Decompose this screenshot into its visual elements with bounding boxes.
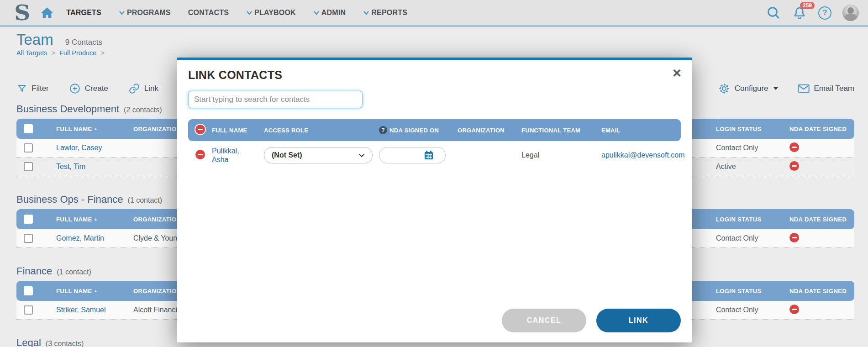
link-contacts-modal: LINK CONTACTS ✕ FULL NAME ACCESS ROLE ? … [177, 58, 692, 342]
nav-item-targets[interactable]: TARGETS [66, 9, 101, 17]
notifications-bell-icon[interactable]: 259 [792, 5, 807, 20]
contact-count: 9 Contacts [65, 38, 102, 47]
create-button[interactable]: Create [69, 83, 108, 95]
column-header-login-status: LOGIN STATUS [716, 216, 789, 223]
breadcrumb-full-produce[interactable]: Full Produce [59, 49, 96, 57]
nda-not-signed-icon [789, 233, 799, 242]
contact-name-link[interactable]: Lawlor, Casey [56, 144, 102, 152]
link-button[interactable]: Link [128, 83, 158, 95]
create-label: Create [85, 84, 108, 93]
select-all-checkbox[interactable] [24, 215, 33, 224]
column-header-access-role: ACCESS ROLE [264, 127, 379, 134]
envelope-icon [797, 83, 810, 94]
login-status-cell: Active [716, 163, 789, 171]
plus-circle-icon [69, 83, 81, 95]
column-header-nda-date-signed: NDA DATE SIGNED [789, 126, 854, 132]
top-navigation: S TARGETS PROGRAMS CONTACTS PLAYBOOK ADM… [0, 0, 868, 26]
column-header-full-name[interactable]: FULL NAME▲ [53, 288, 131, 294]
modal-title: LINK CONTACTS [188, 68, 681, 82]
remove-contact-icon[interactable] [195, 150, 205, 159]
question-mark-glyph: ? [822, 8, 827, 17]
login-status-cell: Contact Only [716, 306, 789, 314]
section-title: Finance [16, 265, 52, 277]
column-header-functional-team: FUNCTIONAL TEAM [521, 127, 601, 134]
nda-help-icon[interactable]: ? [379, 126, 387, 134]
email-team-button[interactable]: Email Team [797, 83, 855, 94]
nav-label: ADMIN [321, 9, 346, 17]
chevron-down-icon [313, 11, 320, 15]
page-title: Team [16, 31, 53, 48]
sort-asc-icon: ▲ [94, 289, 97, 293]
nav-item-playbook[interactable]: PLAYBOOK [246, 9, 296, 17]
contact-name-link[interactable]: Striker, Samuel [56, 306, 105, 314]
gear-icon [718, 82, 731, 95]
access-role-value: (Not Set) [272, 151, 302, 159]
modal-table-header-row: FULL NAME ACCESS ROLE ? NDA SIGNED ON OR… [188, 119, 681, 141]
sort-asc-icon: ▲ [94, 217, 97, 221]
email-team-label: Email Team [814, 84, 855, 93]
column-header-full-name[interactable]: FULL NAME▲ [53, 126, 131, 132]
select-all-checkbox[interactable] [24, 286, 33, 295]
row-checkbox[interactable] [24, 305, 33, 315]
login-status-cell: Contact Only [716, 234, 789, 242]
breadcrumb-separator: > [100, 49, 104, 57]
section-title: Business Ops - Finance [16, 194, 123, 205]
cancel-button[interactable]: CANCEL [502, 309, 586, 332]
nda-date-input[interactable] [379, 147, 446, 163]
row-checkbox[interactable] [24, 143, 33, 152]
column-header-nda-date-signed: NDA DATE SIGNED [789, 216, 854, 223]
nav-label: PROGRAMS [127, 9, 171, 17]
filter-button[interactable]: Filter [16, 83, 49, 94]
filter-label: Filter [32, 84, 49, 93]
user-avatar[interactable] [842, 5, 859, 21]
nav-label: CONTACTS [188, 9, 229, 17]
row-checkbox[interactable] [24, 162, 33, 171]
column-header-email: EMAIL [601, 127, 681, 134]
help-icon[interactable]: ? [818, 6, 831, 20]
column-header-nda-date-signed: NDA DATE SIGNED [789, 288, 854, 294]
configure-label: Configure [735, 84, 768, 93]
section-count: (1 contact) [57, 268, 91, 276]
section-count: (3 contacts) [46, 340, 84, 347]
nav-label: PLAYBOOK [254, 9, 296, 17]
contact-name-link[interactable]: Gomez, Martin [56, 234, 104, 242]
link-button-submit[interactable]: LINK [596, 309, 681, 332]
breadcrumb: All Targets > Full Produce > [16, 49, 854, 57]
breadcrumb-separator: > [51, 49, 55, 57]
link-label: Link [144, 84, 158, 93]
row-checkbox[interactable] [24, 234, 33, 243]
column-header-full-name[interactable]: FULL NAME▲ [53, 216, 131, 223]
functional-team-cell: Legal [521, 151, 601, 159]
access-role-select[interactable]: (Not Set) [264, 147, 373, 163]
breadcrumb-all-targets[interactable]: All Targets [16, 49, 47, 57]
nav-right-icons: 259 ? [766, 5, 859, 21]
sort-asc-icon: ▲ [94, 127, 97, 131]
close-icon[interactable]: ✕ [672, 68, 682, 79]
caret-down-icon [773, 87, 778, 90]
section-title: Legal [16, 337, 41, 347]
app-logo[interactable]: S [14, 2, 30, 23]
contact-search-input[interactable] [188, 91, 363, 108]
calendar-icon [423, 150, 434, 161]
configure-button[interactable]: Configure [718, 82, 778, 95]
home-icon[interactable] [41, 7, 53, 19]
login-status-cell: Contact Only [716, 144, 789, 152]
contact-email-link[interactable]: apulikkal@devensoft.com [601, 151, 685, 159]
column-header-login-status: LOGIN STATUS [716, 288, 789, 294]
contact-name-link[interactable]: Test, Tim [56, 163, 85, 170]
nav-item-admin[interactable]: ADMIN [313, 9, 346, 17]
select-all-checkbox[interactable] [24, 124, 33, 133]
nav-label: REPORTS [371, 9, 407, 17]
nav-item-contacts[interactable]: CONTACTS [188, 9, 229, 17]
nav-item-reports[interactable]: REPORTS [363, 9, 407, 17]
column-header-nda-signed-on: NDA SIGNED ON [389, 127, 439, 134]
nav-item-programs[interactable]: PROGRAMS [119, 9, 171, 17]
nda-not-signed-icon [789, 161, 799, 171]
contact-name[interactable]: Pulikkal, Asha [212, 147, 264, 164]
section-count: (2 contacts) [124, 106, 162, 114]
nav-label: TARGETS [66, 9, 101, 17]
chain-link-icon [128, 83, 140, 95]
remove-all-icon[interactable] [195, 125, 205, 134]
filter-funnel-icon [16, 83, 27, 94]
search-icon[interactable] [766, 5, 781, 20]
